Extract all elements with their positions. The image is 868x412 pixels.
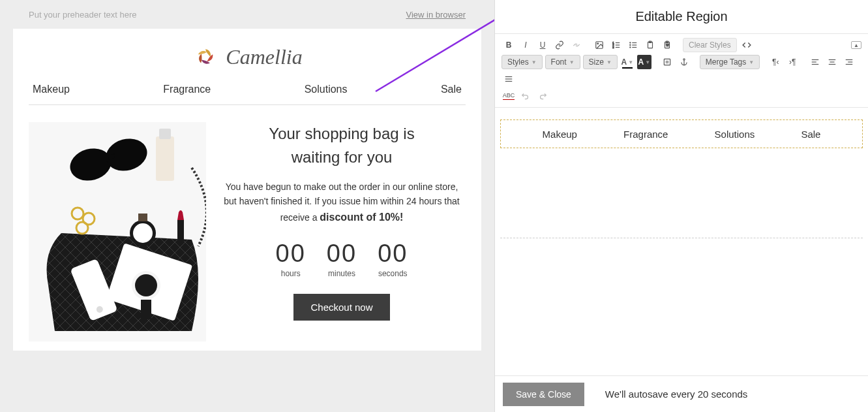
hero-paragraph: You have begun to make out the order in …	[218, 180, 466, 225]
view-in-browser-link[interactable]: View in browser	[406, 10, 466, 20]
countdown-seconds-value: 00	[378, 240, 408, 268]
edit-nav-fragrance[interactable]: Fragrance	[623, 129, 668, 140]
hero-image	[29, 122, 206, 341]
svg-point-31	[630, 44, 631, 45]
italic-button[interactable]: I	[518, 38, 533, 52]
countdown-minutes: 00 minutes	[327, 240, 357, 278]
email-body: Camellia Makeup Fragrance Solutions Sale	[13, 29, 481, 351]
unordered-list-button[interactable]	[626, 38, 640, 52]
email-preview-panel: Put your preheader text here View in bro…	[0, 0, 494, 412]
countdown-hours-label: hours	[276, 269, 306, 278]
image-button[interactable]	[592, 38, 606, 52]
svg-point-0	[67, 144, 115, 185]
countdown-minutes-value: 00	[327, 240, 357, 268]
align-justify-button[interactable]	[501, 72, 516, 86]
undo-button[interactable]	[518, 89, 533, 103]
source-button[interactable]	[740, 38, 754, 52]
hero-copy: Your shopping bag is waiting for you You…	[218, 122, 466, 341]
svg-point-6	[72, 208, 83, 219]
svg-rect-5	[177, 220, 184, 242]
unlink-button[interactable]	[569, 38, 584, 52]
svg-rect-38	[664, 59, 670, 65]
paste-word-button[interactable]: W	[660, 38, 674, 52]
editor-footer: Save & Close We'll autosave every 20 sec…	[495, 375, 868, 412]
editable-nav-region[interactable]: Makeup Fragrance Solutions Sale	[500, 119, 863, 148]
clear-styles-button[interactable]: Clear Styles	[683, 38, 737, 52]
editable-blank-region[interactable]	[500, 148, 863, 238]
align-center-button[interactable]	[825, 55, 839, 69]
svg-point-16	[135, 274, 157, 296]
nav-fragrance[interactable]: Fragrance	[163, 84, 211, 95]
link-button[interactable]	[552, 38, 567, 52]
redo-button[interactable]	[535, 89, 550, 103]
hero-title: Your shopping bag is waiting for you	[218, 122, 466, 169]
editor-panel: Editable Region B I U 123 W Clear Styles…	[494, 0, 868, 412]
svg-point-30	[630, 42, 631, 43]
hero-title-line2: waiting for you	[292, 148, 393, 166]
anchor-button[interactable]	[677, 55, 691, 69]
brand-logo-icon	[192, 43, 219, 71]
autosave-text: We'll autosave every 20 seconds	[605, 388, 748, 400]
svg-rect-4	[159, 129, 171, 139]
edit-nav-solutions[interactable]: Solutions	[715, 129, 755, 140]
countdown-hours-value: 00	[276, 240, 306, 268]
align-left-button[interactable]	[808, 55, 822, 69]
underline-button[interactable]: U	[535, 38, 550, 52]
align-right-button[interactable]	[842, 55, 856, 69]
hero-title-line1: Your shopping bag is	[269, 125, 414, 142]
bg-color-button[interactable]: A▼	[637, 55, 651, 69]
nav-makeup[interactable]: Makeup	[33, 84, 70, 95]
font-dropdown[interactable]: Font▼	[545, 55, 580, 69]
countdown-timer: 00 hours 00 minutes 00 seconds	[218, 240, 466, 278]
email-nav: Makeup Fragrance Solutions Sale	[29, 80, 466, 105]
svg-rect-17	[141, 300, 151, 319]
edit-nav-sale[interactable]: Sale	[801, 129, 820, 140]
preheader-placeholder: Put your preheader text here	[29, 10, 137, 20]
nav-sale[interactable]: Sale	[441, 84, 462, 95]
countdown-minutes-label: minutes	[327, 269, 357, 278]
brand-name: Camellia	[226, 45, 302, 69]
svg-point-10	[133, 223, 153, 243]
merge-tags-dropdown[interactable]: Merge Tags▼	[700, 55, 760, 69]
preheader-bar: Put your preheader text here View in bro…	[0, 0, 494, 29]
countdown-hours: 00 hours	[276, 240, 306, 278]
brand-logo-row: Camellia	[29, 38, 466, 80]
countdown-seconds-label: seconds	[378, 269, 408, 278]
size-dropdown[interactable]: Size▼	[583, 55, 618, 69]
svg-text:3: 3	[612, 46, 614, 49]
edit-nav-makeup[interactable]: Makeup	[543, 129, 577, 140]
svg-point-20	[597, 43, 599, 44]
special-char-button[interactable]	[660, 55, 674, 69]
ordered-list-button[interactable]: 123	[609, 38, 623, 52]
svg-rect-3	[156, 136, 174, 181]
countdown-seconds: 00 seconds	[378, 240, 408, 278]
save-close-button[interactable]: Save & Close	[503, 383, 584, 406]
svg-rect-11	[138, 214, 147, 221]
rich-text-toolbar: B I U 123 W Clear Styles ▲ Styles▼ Font▼…	[495, 34, 868, 108]
paste-button[interactable]	[643, 38, 657, 52]
editor-title: Editable Region	[495, 0, 868, 34]
svg-text:W: W	[666, 44, 669, 47]
svg-point-41	[683, 59, 685, 60]
collapse-toolbar-button[interactable]: ▲	[851, 41, 861, 49]
ltr-button[interactable]: ¶‹	[768, 55, 783, 69]
styles-dropdown[interactable]: Styles▼	[501, 55, 543, 69]
svg-point-1	[102, 135, 151, 176]
spellcheck-button[interactable]: ABC	[501, 89, 516, 103]
rtl-button[interactable]: ›¶	[785, 55, 800, 69]
editor-canvas[interactable]: Makeup Fragrance Solutions Sale	[495, 108, 868, 250]
nav-solutions[interactable]: Solutions	[305, 84, 348, 95]
bold-button[interactable]: B	[501, 38, 516, 52]
checkout-button[interactable]: Checkout now	[293, 294, 389, 321]
hero-para-bold: discount of 10%!	[320, 212, 403, 223]
svg-point-32	[630, 47, 631, 48]
text-color-button[interactable]: A▼	[620, 55, 635, 69]
hero-section: Your shopping bag is waiting for you You…	[29, 122, 466, 341]
svg-point-8	[76, 222, 88, 234]
